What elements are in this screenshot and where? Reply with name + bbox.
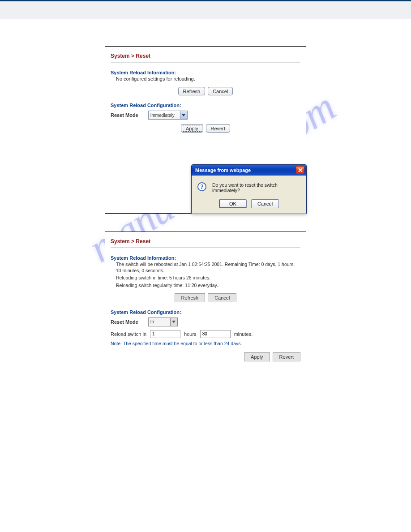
minutes-label: minutes. (234, 331, 253, 337)
cancel-button[interactable]: Cancel (208, 293, 236, 302)
reload-config-heading: System Reload Configuration: (111, 309, 300, 315)
hours-label: hours (184, 331, 197, 337)
refresh-button[interactable]: Refresh (175, 293, 206, 302)
top-bar (0, 0, 411, 19)
close-button[interactable] (296, 166, 304, 174)
apply-revert-row: Apply Revert (111, 352, 300, 361)
svg-text:?: ? (200, 183, 203, 190)
reset-mode-label: Reset Mode (111, 319, 138, 325)
refresh-button[interactable]: Refresh (178, 87, 206, 95)
figure-2: System > Reset System Reload Information… (105, 232, 306, 367)
page-body: manualshive.com System > Reset System Re… (0, 19, 411, 399)
reload-info-line-2: Reloading switch in time: 5 hours 26 min… (111, 274, 300, 281)
reset-mode-row: Reset Mode Immediately (111, 111, 300, 120)
dialog-title: Message from webpage (195, 167, 251, 173)
reload-switch-in-row: Reload switch in hours minutes. (111, 330, 300, 338)
figure-1: System > Reset System Reload Information… (105, 46, 306, 214)
note-text: Note: The specified time must be equal t… (111, 341, 300, 346)
reset-mode-row: Reset Mode In (111, 317, 300, 326)
hours-input[interactable] (150, 330, 180, 338)
dialog-body: ? Do you want to reset the switch immedi… (192, 176, 306, 197)
close-icon (298, 168, 303, 172)
cancel-button[interactable]: Cancel (208, 87, 233, 95)
apply-button[interactable]: Apply (181, 124, 203, 133)
question-icon: ? (196, 181, 208, 193)
dialog-buttons: OK Cancel (192, 197, 306, 214)
refresh-cancel-row: Refresh Cancel (111, 293, 300, 302)
dialog-cancel-button[interactable]: Cancel (251, 199, 279, 208)
apply-revert-row: Apply Revert (111, 124, 300, 133)
reload-config-heading: System Reload Configuration: (111, 103, 300, 108)
revert-button[interactable]: Revert (206, 124, 230, 133)
dialog-message: Do you want to reset the switch immediat… (212, 181, 302, 193)
reload-info-heading: System Reload Information: (111, 70, 300, 75)
reset-mode-value: Immediately (150, 113, 175, 118)
reset-mode-select[interactable]: In (148, 317, 178, 326)
figure-1-frame: System > Reset System Reload Information… (105, 46, 306, 214)
chevron-down-icon (180, 111, 187, 119)
dialog-ok-button[interactable]: OK (219, 199, 247, 208)
dialog-titlebar: Message from webpage (192, 165, 306, 176)
reload-info-line-1: The switch will be rebooted at Jan 1 02:… (111, 261, 300, 274)
reload-info-heading: System Reload Information: (111, 255, 300, 261)
reload-switch-in-label: Reload switch in (111, 331, 146, 337)
apply-button[interactable]: Apply (244, 352, 270, 361)
chevron-down-icon (170, 318, 177, 326)
revert-button[interactable]: Revert (273, 352, 300, 361)
reload-info-text: No configured settings for reloading. (111, 75, 300, 82)
breadcrumb: System > Reset (111, 51, 300, 63)
confirm-dialog: Message from webpage ? Do you want to re… (191, 164, 307, 214)
reset-mode-value: In (150, 319, 154, 324)
breadcrumb: System > Reset (111, 236, 300, 248)
minutes-input[interactable] (200, 330, 231, 338)
reload-info-line-3: Reloading switch regularity time: 11:20 … (111, 282, 300, 289)
refresh-cancel-row: Refresh Cancel (111, 87, 300, 95)
reset-mode-label: Reset Mode (111, 112, 138, 118)
figure-2-frame: System > Reset System Reload Information… (105, 232, 306, 367)
reset-mode-select[interactable]: Immediately (148, 111, 188, 120)
